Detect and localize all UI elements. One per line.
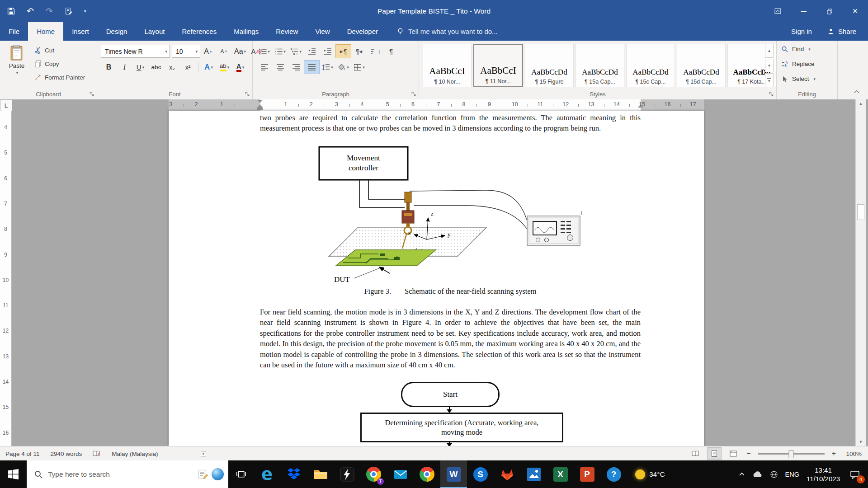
file-explorer-app[interactable]: [307, 460, 334, 488]
body-paragraph-2[interactable]: For near field scanning, the motion mode…: [260, 307, 641, 370]
word-app[interactable]: W: [440, 460, 467, 488]
strikethrough-button[interactable]: abc: [148, 60, 164, 74]
text-effects-button[interactable]: A▾: [201, 60, 217, 74]
figure-caption[interactable]: Figure 3.Schematic of the near-field sca…: [260, 287, 641, 296]
select-button[interactable]: Select▾: [781, 72, 837, 85]
dropbox-app[interactable]: [280, 460, 307, 488]
format-painter-button[interactable]: Format Painter: [33, 70, 87, 84]
action-center-icon[interactable]: 4: [847, 465, 863, 483]
vertical-scrollbar[interactable]: ▲ ▼: [855, 99, 866, 446]
shading-button[interactable]: ▾: [335, 60, 351, 74]
tab-view[interactable]: View: [307, 22, 338, 41]
ribbon-display-options-button[interactable]: [765, 0, 791, 22]
zoom-level[interactable]: 100%: [842, 450, 862, 457]
notes-icon[interactable]: [198, 469, 208, 479]
styles-more-button[interactable]: ▼: [765, 73, 774, 87]
powerpoint-app[interactable]: P: [574, 460, 600, 488]
bullets-button[interactable]: ▾: [256, 44, 272, 58]
scroll-thumb[interactable]: [857, 204, 864, 220]
show-formatting-marks-button[interactable]: ¶: [383, 44, 399, 58]
align-left-button[interactable]: [256, 60, 272, 74]
left-to-right-button[interactable]: ▶¶: [335, 44, 351, 58]
find-button[interactable]: Find▾: [781, 42, 837, 56]
zoom-slider-handle[interactable]: [789, 450, 794, 458]
web-layout-button[interactable]: [726, 447, 741, 460]
taskbar-search[interactable]: Type here to search: [27, 460, 228, 488]
read-mode-button[interactable]: [688, 447, 703, 460]
style-item-0[interactable]: AaBbCcI¶ 10 Nor...: [423, 44, 472, 87]
tell-me-search[interactable]: Tell me what you want to do...: [396, 22, 498, 41]
styles-scroll-up-button[interactable]: ▲: [765, 44, 774, 58]
photos-app[interactable]: [520, 460, 547, 488]
snagit-app[interactable]: S: [467, 460, 494, 488]
align-right-button[interactable]: [288, 60, 304, 74]
vertical-ruler[interactable]: 45678910111213141516: [0, 111, 12, 446]
chrome-app[interactable]: T: [360, 460, 387, 488]
macro-record-icon[interactable]: [200, 450, 207, 457]
document-page[interactable]: two probes are required to calculate the…: [169, 111, 704, 446]
bolt-app-app[interactable]: [334, 460, 360, 488]
zoom-out-button[interactable]: −: [745, 450, 752, 458]
network-globe-icon[interactable]: [770, 470, 778, 479]
change-case-button[interactable]: Aa▾: [232, 44, 248, 58]
language-indicator[interactable]: Malay (Malaysia): [112, 450, 158, 457]
sign-in-button[interactable]: Sign in: [791, 28, 812, 35]
style-item-3[interactable]: AaBbCcDd¶ 15a Cap...: [576, 44, 624, 87]
tray-chevron-icon[interactable]: [738, 471, 745, 478]
onedrive-cloud-icon[interactable]: [753, 471, 763, 478]
style-item-5[interactable]: AaBbCcDd¶ 15d Cap...: [677, 44, 726, 87]
style-item-4[interactable]: AaBbCcDd¶ 15c Cap...: [626, 44, 675, 87]
clipboard-dialog-launcher[interactable]: [89, 91, 95, 97]
flowchart-start-node[interactable]: Start: [401, 382, 500, 407]
styles-scroll-down-button[interactable]: ▼: [765, 59, 774, 73]
font-name-combo[interactable]: Times New R▾: [101, 45, 170, 58]
tab-developer[interactable]: Developer: [339, 22, 387, 41]
chrome-2-app[interactable]: [414, 460, 440, 488]
word-count[interactable]: 2940 words: [51, 450, 82, 457]
figure-3-schematic[interactable]: Movement controller: [169, 144, 704, 286]
font-size-combo[interactable]: 10▾: [172, 45, 200, 58]
tab-design[interactable]: Design: [98, 22, 136, 41]
share-button[interactable]: Share: [827, 28, 856, 35]
tab-stop-selector[interactable]: L: [0, 99, 12, 112]
line-spacing-button[interactable]: ▾: [320, 60, 335, 74]
subscript-button[interactable]: x₂: [164, 60, 180, 74]
right-to-left-button[interactable]: ¶◀: [351, 44, 367, 58]
clock[interactable]: 13:41 11/10/2023: [807, 466, 840, 483]
paragraph-dialog-launcher[interactable]: [411, 91, 417, 97]
start-button[interactable]: [0, 460, 27, 488]
horizontal-ruler[interactable]: 3211234567891011121314151617: [169, 99, 704, 111]
page-indicator[interactable]: Page 4 of 11: [5, 450, 40, 457]
scroll-down-button[interactable]: ▼: [856, 440, 866, 444]
document-pen-icon[interactable]: [65, 7, 72, 15]
cortana-icon[interactable]: [212, 468, 224, 480]
save-button[interactable]: [7, 7, 15, 15]
edge-app[interactable]: e: [254, 460, 280, 488]
tab-home[interactable]: Home: [28, 22, 63, 41]
superscript-button[interactable]: x²: [180, 60, 196, 74]
copy-button[interactable]: Copy: [33, 57, 87, 70]
font-dialog-launcher[interactable]: [245, 91, 250, 97]
increase-indent-button[interactable]: [320, 44, 335, 58]
qat-customize-button[interactable]: ▾: [84, 9, 86, 14]
tab-layout[interactable]: Layout: [136, 22, 173, 41]
body-paragraph-1[interactable]: two probes are required to calculate the…: [260, 113, 641, 134]
styles-dialog-launcher[interactable]: [769, 91, 774, 97]
style-item-2[interactable]: AaBbCcDd¶ 15 Figure: [525, 44, 574, 87]
excel-app[interactable]: X: [547, 460, 574, 488]
numbering-button[interactable]: ▾: [272, 44, 288, 58]
grow-font-button[interactable]: A▲: [200, 44, 216, 58]
shrink-font-button[interactable]: A▼: [216, 44, 232, 58]
scroll-up-button[interactable]: ▲: [856, 101, 866, 106]
align-center-button[interactable]: [272, 60, 288, 74]
hanging-indent-marker[interactable]: [257, 104, 263, 108]
input-language[interactable]: ENG: [785, 471, 799, 478]
underline-button[interactable]: U▾: [132, 60, 148, 74]
help-app[interactable]: ?: [600, 460, 627, 488]
gitlab-app[interactable]: [494, 460, 520, 488]
decrease-indent-button[interactable]: [304, 44, 320, 58]
font-color-button[interactable]: A▾: [232, 60, 248, 74]
tab-mailings[interactable]: Mailings: [225, 22, 267, 41]
paste-button[interactable]: Paste ▾: [3, 44, 30, 88]
tab-references[interactable]: References: [173, 22, 225, 41]
